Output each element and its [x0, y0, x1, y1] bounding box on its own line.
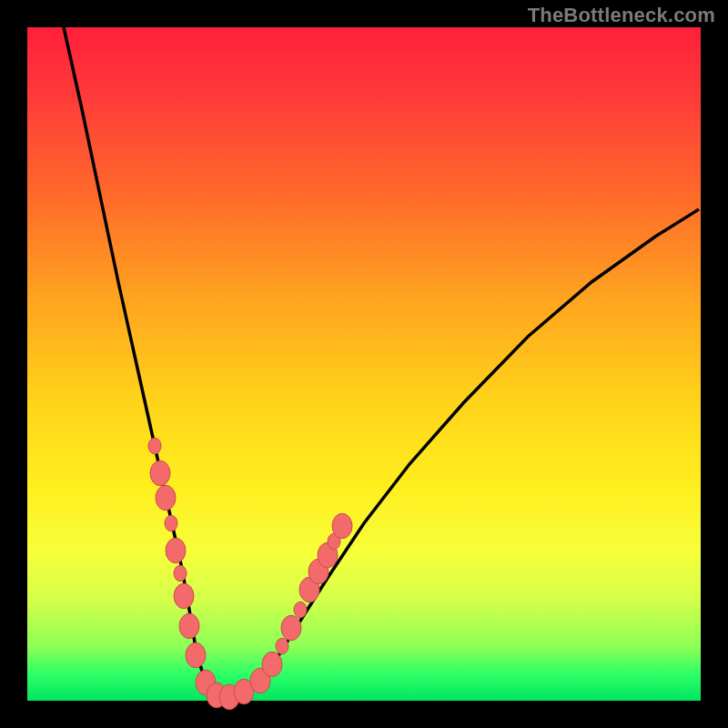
curve-marker [174, 565, 187, 581]
curve-svg [27, 27, 701, 701]
curve-marker [179, 613, 199, 639]
curve-marker [262, 652, 282, 677]
bottleneck-curve [64, 27, 699, 696]
curve-marker [148, 438, 161, 454]
curve-marker [276, 638, 288, 654]
curve-marker [166, 538, 186, 563]
curve-marker [186, 642, 206, 668]
curve-markers [148, 438, 352, 710]
curve-marker [332, 513, 352, 539]
curve-marker [174, 583, 194, 609]
curve-marker [281, 615, 301, 641]
curve-marker [156, 485, 176, 511]
curve-marker [165, 515, 177, 531]
curve-marker [294, 602, 307, 618]
chart-stage: TheBottleneck.com [0, 0, 728, 728]
curve-marker [150, 460, 170, 486]
plot-area [27, 27, 701, 701]
watermark-text: TheBottleneck.com [528, 4, 715, 27]
